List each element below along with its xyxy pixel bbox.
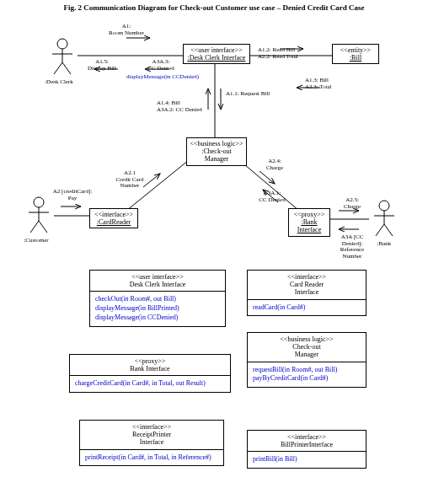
class-receipt-printer-interface: <<interface>>ReceiptPrinterInterface pri… (79, 420, 224, 466)
class-card-reader-interface: <<interface>>Card ReaderInterface readCa… (247, 270, 366, 316)
svg-line-33 (376, 224, 384, 236)
lbl-display-message: displayMessage(in CCDenied) (126, 74, 227, 81)
node-checkout-manager: <<business logic>> :Check-out Manager (186, 137, 247, 166)
lbl-a13: A1.3: BillA2.3: Total (305, 78, 356, 90)
node-bill: <<entity>> :Bill (332, 44, 379, 64)
node-bank-interface: <<proxy>> :Bank Interface (288, 208, 330, 237)
node-desk-clerk-interface: <<user interface>> :Desk Clerk Interface (183, 44, 250, 64)
lbl-a12: A1.2: Read BillA2.2: Read Total (258, 47, 325, 60)
node-card-reader: <<interface>> :CardReader (89, 208, 138, 228)
svg-line-34 (384, 224, 393, 236)
lbl-a24: A2.4:Charge (258, 158, 292, 171)
lbl-a3a-ref: A3A [CCDenied]:ReferenceNumber (334, 234, 371, 260)
lbl-a25: A2.5:Charge (335, 197, 369, 210)
svg-point-30 (379, 201, 389, 211)
lbl-a14: A1.4: BillA3A.2: CC Denied (157, 100, 216, 113)
svg-line-23 (54, 62, 62, 74)
actor-bank-label: :Bank (367, 241, 401, 248)
class-bank-interface: <<proxy>>Bank Interface chargeCreditCard… (69, 354, 231, 393)
svg-point-20 (57, 39, 67, 49)
lbl-a1: A1:Room Number (101, 24, 152, 36)
svg-point-25 (34, 197, 44, 207)
svg-line-28 (30, 221, 39, 233)
lbl-a11: A1.1: Request Bill (226, 91, 293, 98)
svg-line-29 (39, 221, 47, 233)
lbl-a15: A1.5:Display Bill (81, 59, 123, 72)
class-checkout-manager: <<business logic>>Check-outManager reque… (247, 332, 366, 388)
lbl-a3a3: A3A.3:CC Denied (140, 59, 182, 72)
class-bill-printer-interface: <<interface>>BillPrinterInterface printB… (247, 430, 366, 469)
page: Fig. 2 Communication Diagram for Check-o… (0, 0, 428, 504)
class-desk-clerk-interface: <<user interface>>Desk Clerk Interface c… (89, 270, 226, 327)
lbl-a2pay: A2 [creditCard]:Pay (47, 189, 98, 201)
svg-line-16 (259, 171, 275, 184)
actor-customer-label: :Customer (15, 238, 57, 244)
svg-line-24 (62, 62, 71, 74)
lbl-a21: A2.1Credit CardNumber (106, 170, 153, 190)
actor-desk-clerk-label: :Desk Clerk (34, 79, 84, 86)
lbl-a3a1: A3A.1:CC Denied (251, 190, 293, 203)
